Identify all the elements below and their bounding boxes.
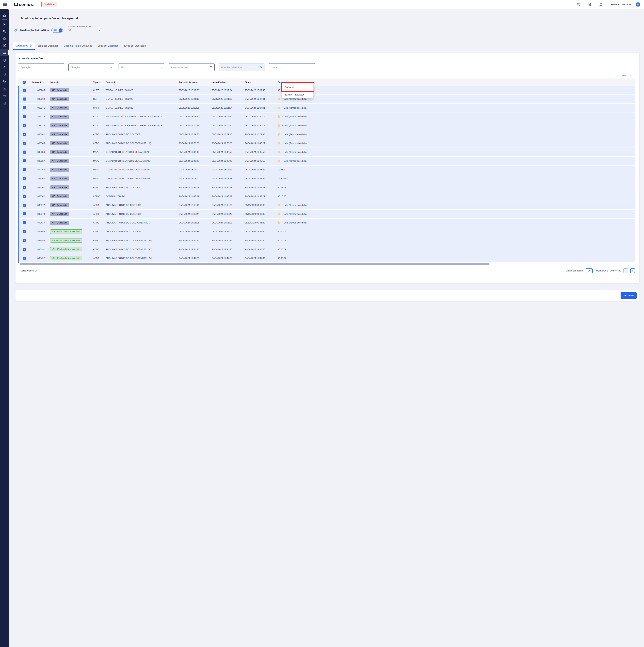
tab-operacoes[interactable]: Operações [13,42,35,50]
operation-id: 898271 [30,106,47,109]
clear-icon[interactable]: ✕ [98,29,101,32]
filter-situacao[interactable]: ⌄ [68,63,114,71]
sort-icon: ▲▼ [60,81,61,83]
refresh-icon[interactable] [14,28,17,32]
row-checkbox[interactable]: ✓ [23,195,26,198]
filter-situacao-select[interactable] [71,66,110,69]
calendar-icon[interactable] [210,66,213,69]
table-row: ✓898362CA - CanceladaCBMVCONTABILIZACAO2… [19,192,322,201]
end-time: 24/04/2024 17:44:40 [243,257,276,259]
interval-value[interactable]: 30 [68,29,98,32]
operation-id: 898357 [30,160,47,162]
duration: + 1 dia (Tempo excedido) [276,142,322,144]
row-checkbox[interactable]: ✓ [23,133,26,136]
auto-update-toggle[interactable]: SIM ✓ [51,28,63,33]
planned-start: 25/09/2023 16:21:19 [177,98,210,100]
sidebar-item-external[interactable] [0,42,9,49]
row-checkbox[interactable]: ✓ [23,124,26,127]
selected-count: Selecionados: 20 [20,270,38,272]
warning-dot-icon [278,98,280,100]
menu-icon[interactable] [3,2,7,7]
actual-start: 25/09/2023 16:12:34 [210,89,243,91]
menu-item-cancelar[interactable]: Cancelar [282,83,313,91]
table-row: ✓898492OK - Finalizada NormalmenteAFTCAR… [19,254,322,263]
interval-field[interactable]: Intervalo de atualização (s) 30 ✕ ⌄ [66,26,106,34]
type-code: AFTC [91,221,104,224]
row-checkbox[interactable]: ✓ [23,115,26,118]
sidebar-item-home[interactable] [0,12,9,19]
filter-operacao[interactable] [18,63,64,71]
filter-tipo[interactable]: ⌄ [119,63,164,71]
col-tipo[interactable]: Tipo▲▼ [91,81,104,83]
sidebar-item-monitor[interactable] [0,49,9,56]
sidebar-item-modules-2[interactable] [0,78,9,85]
actual-start: 24/04/2024 17:44:23 [210,248,243,250]
chevron-down-icon[interactable]: ⌄ [102,29,105,32]
select-all-checkbox[interactable]: ✓ [22,81,25,84]
col-descricao[interactable]: Descrição▲▼ [104,81,177,83]
row-checkbox[interactable]: ✓ [23,230,26,233]
col-operacao[interactable]: Operação▲▼ [30,81,47,83]
row-checkbox[interactable]: ✓ [23,239,26,242]
filter-tipo-select[interactable] [121,66,160,69]
main-content: ← Monitoração de operações em background… [9,9,322,324]
col-inicio-efetivo[interactable]: Início Efetivo▲▼ [210,81,243,83]
tab-erros-por-operacao[interactable]: Erros por Operação [122,42,149,50]
sidebar-item-modules-4[interactable] [0,100,9,107]
col-situacao[interactable]: Situação▲▼ [47,81,91,83]
actual-start: 09/01/2024 15:08:12 [210,115,243,118]
col-tempo[interactable]: Tempo▲▼ [276,81,322,83]
description: ARQUIVAR FOTOS DO COLETOR (CTRL: 8) [104,142,177,144]
row-checkbox[interactable]: ✓ [23,257,26,260]
operation-id: 898345 [30,142,47,144]
type-code: AFTC [91,186,104,189]
top-bar: ɯ somus . Qualidade EDWARD WILSON EW [0,0,322,9]
type-code: CNFT [91,106,104,109]
row-checkbox[interactable]: ✓ [23,248,26,251]
tab-jobs-fila-execucao[interactable]: Jobs na Fila de Execução [61,42,95,50]
tab-jobs-por-operacao[interactable]: Jobs por Operação [35,42,61,50]
sidebar-item-user-home[interactable] [0,27,9,35]
row-checkbox[interactable]: ✓ [23,177,26,180]
filter-previsao-input[interactable] [171,66,210,69]
status-badge: CA - Cancelada [50,186,69,190]
sidebar-item-apps[interactable] [0,35,9,42]
row-checkbox[interactable]: ✓ [23,168,26,171]
actual-start: 23/04/2024 11:32:56 [210,151,243,153]
sidebar-item-eye-location[interactable] [0,64,9,71]
col-fim[interactable]: Fim▲▼ [243,81,276,83]
operation-id: 898490 [30,239,47,242]
sidebar-item-list-add[interactable] [0,93,9,100]
menu-item-excluir-finalizadas[interactable]: Excluir Finalizadas [282,91,313,98]
sidebar-item-documents[interactable] [0,56,9,64]
col-previsao-inicio[interactable]: Previsão de Início▲▼ [177,81,210,83]
duration: + 1 dia (Tempo excedido) [276,115,322,118]
laptop-icon [3,51,6,55]
back-arrow-icon[interactable]: ← [14,16,17,20]
table-row: ✓898268CA - CanceladaCLFTETAPA - 32, MES… [19,95,322,104]
description: GERACAO DO RELATORIO DE MATERIAIS [104,168,177,171]
planned-start: 24/04/2024 17:44:10 [177,239,210,242]
row-checkbox[interactable]: ✓ [23,204,26,207]
filter-usuario[interactable] [269,63,315,71]
row-checkbox[interactable]: ✓ [23,186,26,189]
row-checkbox[interactable]: ✓ [23,89,26,92]
row-checkbox[interactable]: ✓ [23,142,26,145]
row-checkbox[interactable]: ✓ [23,212,26,215]
status-badge: CA - Cancelada [50,97,69,101]
filter-usuario-input[interactable] [272,66,315,69]
filter-operacao-input[interactable] [20,66,64,69]
tab-jobs-em-execucao[interactable]: Jobs em Execução [95,42,122,50]
sidebar-item-modules-3[interactable] [0,85,9,93]
sidebar-item-modules-1[interactable] [0,71,9,78]
row-checkbox[interactable]: ✓ [23,159,26,162]
sidebar-item-search[interactable] [0,20,9,27]
row-checkbox[interactable]: ✓ [23,221,26,224]
table-header: ✓ Operação▲▼ Situação▲▼ Tipo▲▼ Descrição… [18,78,322,86]
row-checkbox[interactable]: ✓ [23,151,26,154]
row-checkbox[interactable]: ✓ [23,97,26,100]
filter-previsao-inicio[interactable] [169,63,215,71]
planned-start: 23/04/2024 11:39:00 [177,160,210,162]
row-checkbox[interactable]: ✓ [23,106,26,109]
horizontal-scrollbar[interactable] [19,263,322,265]
